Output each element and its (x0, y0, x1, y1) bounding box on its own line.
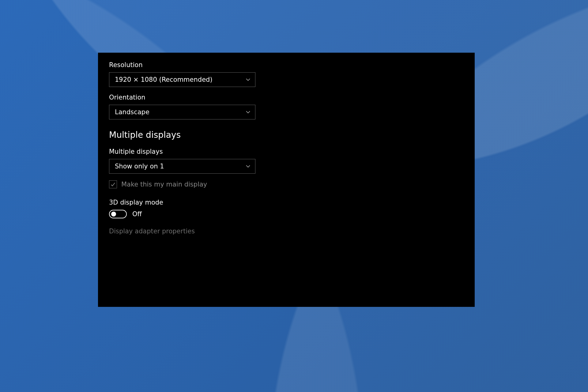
resolution-label: Resolution (109, 61, 464, 69)
toggle-knob (111, 212, 116, 217)
three-d-mode-label: 3D display mode (109, 199, 464, 206)
multiple-displays-value: Show only on 1 (115, 163, 164, 170)
orientation-value: Landscape (115, 108, 149, 116)
chevron-down-icon (245, 109, 251, 115)
resolution-dropdown[interactable]: 1920 × 1080 (Recommended) (109, 72, 255, 87)
chevron-down-icon (245, 77, 251, 82)
main-display-checkbox-label: Make this my main display (121, 181, 207, 188)
three-d-toggle-state: Off (132, 210, 142, 218)
three-d-toggle[interactable] (109, 210, 127, 218)
multiple-displays-dropdown[interactable]: Show only on 1 (109, 159, 255, 174)
orientation-label: Orientation (109, 94, 464, 101)
multiple-displays-label: Multiple displays (109, 148, 464, 155)
main-display-checkbox (109, 180, 117, 188)
display-adapter-properties-link[interactable]: Display adapter properties (109, 228, 464, 235)
three-d-toggle-row: Off (109, 210, 464, 218)
orientation-dropdown[interactable]: Landscape (109, 105, 255, 119)
resolution-value: 1920 × 1080 (Recommended) (115, 76, 213, 83)
main-display-checkbox-row: Make this my main display (109, 180, 464, 188)
display-settings-panel: Resolution 1920 × 1080 (Recommended) Ori… (98, 53, 475, 307)
multiple-displays-heading: Multiple displays (109, 130, 464, 140)
chevron-down-icon (245, 164, 251, 169)
